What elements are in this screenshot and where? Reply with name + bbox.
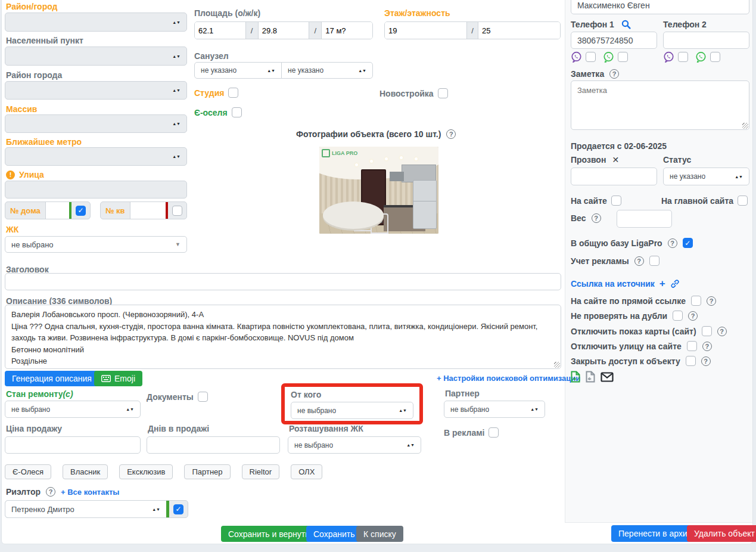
on-main-checkbox[interactable] xyxy=(738,196,748,206)
all-contacts-link[interactable]: + Все контакты xyxy=(61,488,119,497)
help-icon[interactable]: ? xyxy=(717,327,727,336)
plus-icon[interactable]: + xyxy=(659,278,665,290)
weight-input[interactable] xyxy=(617,210,672,228)
help-icon[interactable]: ? xyxy=(701,356,711,366)
massif-select[interactable]: ▲▼ xyxy=(5,114,187,133)
on-site-checkbox[interactable] xyxy=(611,196,621,206)
phone2-input[interactable] xyxy=(663,32,749,49)
help-icon[interactable]: ? xyxy=(668,238,677,248)
realtor-checkbox[interactable]: ✓ xyxy=(173,504,183,514)
settlement-select[interactable]: ▲▼ xyxy=(5,46,187,66)
delete-object-button[interactable]: Удалить объект xyxy=(687,525,756,542)
pdf-green-icon[interactable] xyxy=(571,371,580,383)
resize-handle[interactable] xyxy=(554,362,560,368)
clear-icon[interactable]: ✕ xyxy=(612,155,619,165)
area-total-input[interactable] xyxy=(195,22,245,39)
area-living-input[interactable] xyxy=(259,22,309,39)
updown-icon: ▲▼ xyxy=(267,69,275,72)
zhk-select[interactable]: не выбрано ▼ xyxy=(5,236,187,253)
documents-checkbox[interactable] xyxy=(198,392,208,402)
house-number-checkbox[interactable]: ✓ xyxy=(76,206,86,216)
close-access-checkbox[interactable] xyxy=(686,356,696,366)
tag-exclusive-button[interactable]: Ексклюзив xyxy=(119,464,173,479)
phone1-viber-checkbox[interactable] xyxy=(586,52,596,62)
apt-number-input[interactable] xyxy=(130,202,166,219)
help-icon[interactable]: ? xyxy=(702,342,712,351)
city-district-select[interactable]: ▲▼ xyxy=(5,81,187,100)
tag-e-olesya-button[interactable]: Є-Олеся xyxy=(5,464,51,479)
bathroom-select-1[interactable]: не указано ▲▼ xyxy=(194,62,282,79)
disable-street-checkbox[interactable] xyxy=(687,341,697,351)
phone1-input[interactable] xyxy=(571,32,657,49)
partner-select[interactable]: не выбрано ▲▼ xyxy=(444,401,545,418)
phone2-viber-checkbox[interactable] xyxy=(678,52,688,62)
property-photo[interactable]: LIGA PRO xyxy=(319,147,438,234)
help-icon[interactable]: ? xyxy=(688,311,698,321)
in-ads-checkbox[interactable] xyxy=(489,427,499,438)
link-icon[interactable] xyxy=(670,279,680,289)
no-duplicates-checkbox[interactable] xyxy=(673,311,683,321)
studio-checkbox[interactable] xyxy=(228,88,238,98)
note-textarea[interactable] xyxy=(571,80,749,130)
tag-partner-button[interactable]: Партнер xyxy=(184,464,230,479)
tag-owner-button[interactable]: Власник xyxy=(63,464,108,479)
phone2-whatsapp-checkbox[interactable] xyxy=(710,52,720,62)
help-icon[interactable]: ? xyxy=(634,256,644,266)
new-building-checkbox[interactable] xyxy=(438,88,448,98)
seo-settings-link[interactable]: + Настройки поисковой оптимизации xyxy=(437,374,580,383)
help-icon[interactable]: ? xyxy=(446,129,456,139)
help-icon[interactable]: ? xyxy=(46,487,55,497)
emoji-button[interactable]: Emoji xyxy=(94,371,142,386)
pdf-gray-icon[interactable] xyxy=(586,371,595,383)
whatsapp-icon xyxy=(603,51,614,63)
from-whom-select[interactable]: не выбрано ▲▼ xyxy=(291,402,413,419)
ad-accounting-checkbox[interactable] xyxy=(649,256,659,266)
sale-price-input[interactable] xyxy=(5,436,141,454)
realtor-select[interactable]: Петренко Дмитро ▲▼ xyxy=(5,501,166,517)
tag-olx-button[interactable]: ОЛХ xyxy=(291,464,322,479)
floor-input[interactable] xyxy=(385,22,466,39)
region-select[interactable]: ▲▼ xyxy=(5,13,187,32)
help-icon[interactable]: ? xyxy=(592,213,601,223)
partner-label: Партнер xyxy=(445,389,480,398)
status-select[interactable]: не указано ▲▼ xyxy=(663,168,749,185)
resize-handle[interactable] xyxy=(742,123,748,129)
ligapro-checkbox[interactable]: ✓ xyxy=(683,238,693,248)
to-list-button[interactable]: К списку xyxy=(356,526,403,542)
phone1-label-row: Телефон 1 xyxy=(571,20,631,29)
area-kitchen-input[interactable] xyxy=(322,22,372,39)
prozvon-input[interactable] xyxy=(571,168,657,185)
on-main-label: На главной сайта xyxy=(661,196,733,206)
help-icon[interactable]: ? xyxy=(707,296,716,306)
owner-name-input[interactable] xyxy=(571,0,749,14)
description-textarea[interactable]: Валерія Лобановського просп. (Червонозор… xyxy=(5,305,561,369)
apt-number-checkbox[interactable] xyxy=(172,206,182,216)
street-input[interactable] xyxy=(5,181,187,199)
metro-select[interactable]: ▲▼ xyxy=(5,147,187,166)
direct-link-checkbox[interactable] xyxy=(691,296,701,306)
new-building-label: Новостройка xyxy=(379,89,434,98)
days-on-sale-input[interactable] xyxy=(147,436,280,454)
repair-state-select[interactable]: не выбрано ▲▼ xyxy=(5,401,141,418)
phone1-whatsapp-checkbox[interactable] xyxy=(618,52,628,62)
slash-separator: / xyxy=(245,22,259,39)
search-icon[interactable] xyxy=(621,20,631,29)
documents-label: Документы xyxy=(147,392,194,402)
e-oselia-checkbox[interactable] xyxy=(232,107,242,117)
floors-total-input[interactable] xyxy=(478,22,560,39)
email-icon[interactable] xyxy=(601,372,614,382)
source-link-label[interactable]: Ссылка на источник xyxy=(571,279,655,289)
disable-map-checkbox[interactable] xyxy=(702,326,712,336)
from-whom-value: не выбрано xyxy=(297,407,336,415)
viber-icon xyxy=(663,51,674,63)
zhk-location-select[interactable]: не выбрано ▲▼ xyxy=(288,436,421,454)
title-input[interactable] xyxy=(5,273,561,290)
bathroom-select-2[interactable]: не указано ▲▼ xyxy=(281,62,373,79)
help-icon[interactable]: ? xyxy=(609,69,619,79)
house-number-input[interactable] xyxy=(45,202,69,219)
generate-description-button[interactable]: Генерация описания xyxy=(5,371,99,386)
save-button[interactable]: Сохранить xyxy=(306,526,362,542)
metro-label: Ближайшее метро xyxy=(6,137,82,147)
archive-button[interactable]: Перенести в архив xyxy=(611,525,699,542)
tag-rieltor-button[interactable]: Rieltor xyxy=(242,464,280,479)
